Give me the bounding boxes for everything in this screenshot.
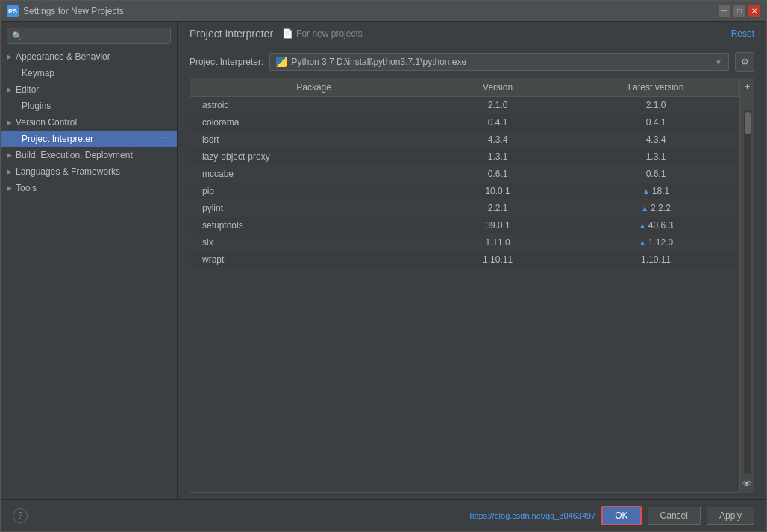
table-row: pip10.0.1▲18.1 xyxy=(190,183,754,200)
question-icon: ? xyxy=(18,510,23,521)
sidebar-item-project-interpreter[interactable]: Project Interpreter⋯ xyxy=(1,131,177,147)
window-controls: ─ □ ✕ xyxy=(719,5,760,17)
sidebar-item-label: Editor xyxy=(16,84,171,95)
maximize-button[interactable]: □ xyxy=(733,5,745,17)
table-wrap: Package Version Latest version astroid2.… xyxy=(190,78,754,493)
update-arrow-icon: ▲ xyxy=(639,222,646,230)
interpreter-value: Python 3.7 D:\install\python3.7.1\python… xyxy=(291,57,466,67)
panel-subtitle: 📄 For new projects xyxy=(282,28,363,39)
remove-package-button[interactable]: − xyxy=(741,94,754,107)
panel-title: Project Interpreter xyxy=(190,28,273,40)
package-version-cell: 0.4.1 xyxy=(437,114,558,131)
main-content: 🔍 ▶Appearance & BehaviorKeymap▶EditorPlu… xyxy=(1,22,766,499)
package-version-cell: 1.11.0 xyxy=(437,234,558,251)
package-version-cell: 1.10.11 xyxy=(437,251,558,269)
sidebar-item-label: Version Control xyxy=(16,117,171,128)
sidebar-item-tools[interactable]: ▶Tools xyxy=(1,180,177,196)
packages-table-container: Package Version Latest version astroid2.… xyxy=(190,78,754,493)
expand-arrow-icon: ▶ xyxy=(4,150,14,160)
expand-arrow-icon: ▶ xyxy=(4,166,14,177)
sidebar-item-label: Keymap xyxy=(22,68,171,78)
package-latest-cell: 1.10.11 xyxy=(558,251,754,269)
scrollbar-track xyxy=(744,110,751,474)
python-icon xyxy=(276,57,287,67)
right-panel: Project Interpreter 📄 For new projects R… xyxy=(178,22,766,499)
footer: ? https://blog.csdn.net/qq_30463497 OK C… xyxy=(1,499,766,531)
search-icon: 🔍 xyxy=(12,31,22,41)
package-latest-cell: 4.3.4 xyxy=(558,131,754,148)
col-version: Version xyxy=(437,78,558,97)
package-latest-cell: ▲1.12.0 xyxy=(558,234,754,251)
close-button[interactable]: ✕ xyxy=(748,5,760,17)
package-name-cell: mccabe xyxy=(190,166,437,183)
sidebar-item-keymap[interactable]: Keymap xyxy=(1,65,177,81)
titlebar: PS Settings for New Projects ─ □ ✕ xyxy=(1,1,766,22)
sidebar-nav: ▶Appearance & BehaviorKeymap▶EditorPlugi… xyxy=(1,48,177,196)
table-row: wrapt1.10.111.10.11 xyxy=(190,251,754,269)
interpreter-row: Project Interpreter: Python 3.7 D:\insta… xyxy=(178,46,766,78)
interpreter-label: Project Interpreter: xyxy=(190,57,263,67)
app-icon: PS xyxy=(7,5,19,17)
sidebar-item-editor[interactable]: ▶Editor xyxy=(1,81,177,98)
package-version-cell: 10.0.1 xyxy=(437,183,558,200)
packages-tbody: astroid2.1.02.1.0colorama0.4.10.4.1isort… xyxy=(190,97,754,269)
main-window: PS Settings for New Projects ─ □ ✕ 🔍 ▶Ap… xyxy=(0,0,767,532)
chevron-down-icon: ▼ xyxy=(715,58,722,66)
expand-arrow-icon: ▶ xyxy=(4,183,14,193)
sidebar: 🔍 ▶Appearance & BehaviorKeymap▶EditorPlu… xyxy=(1,22,178,499)
table-row: lazy-object-proxy1.3.11.3.1 xyxy=(190,148,754,166)
package-latest-cell: 1.3.1 xyxy=(558,148,754,166)
col-latest: Latest version xyxy=(558,78,754,97)
ok-button[interactable]: OK xyxy=(601,506,641,525)
sidebar-item-appearance[interactable]: ▶Appearance & Behavior xyxy=(1,48,177,65)
gear-icon: ⚙ xyxy=(741,57,749,67)
window-title: Settings for New Projects xyxy=(23,6,719,16)
minimize-button[interactable]: ─ xyxy=(719,5,730,17)
apply-button[interactable]: Apply xyxy=(707,507,754,525)
package-name-cell: setuptools xyxy=(190,217,437,234)
package-name-cell: pip xyxy=(190,183,437,200)
package-latest-cell: ▲18.1 xyxy=(558,183,754,200)
package-name-cell: lazy-object-proxy xyxy=(190,148,437,166)
sidebar-item-version-control[interactable]: ▶Version Control xyxy=(1,114,177,131)
table-row: setuptools39.0.1▲40.6.3 xyxy=(190,217,754,234)
table-row: mccabe0.6.10.6.1 xyxy=(190,166,754,183)
table-row: six1.11.0▲1.12.0 xyxy=(190,234,754,251)
package-name-cell: isort xyxy=(190,131,437,148)
search-input[interactable] xyxy=(25,31,166,41)
package-latest-cell: ▲2.2.2 xyxy=(558,200,754,217)
add-package-button[interactable]: + xyxy=(741,79,754,93)
sidebar-item-plugins[interactable]: Plugins xyxy=(1,98,177,114)
search-box[interactable]: 🔍 xyxy=(7,28,171,44)
sidebar-item-label: Project Interpreter xyxy=(22,134,160,144)
package-version-cell: 39.0.1 xyxy=(437,217,558,234)
sidebar-item-label: Build, Execution, Deployment xyxy=(16,150,171,160)
update-arrow-icon: ▲ xyxy=(642,187,650,195)
help-button[interactable]: ? xyxy=(13,508,28,523)
footer-link[interactable]: https://blog.csdn.net/qq_30463497 xyxy=(469,511,595,520)
package-version-cell: 2.1.0 xyxy=(437,97,558,114)
update-arrow-icon: ▲ xyxy=(641,204,648,213)
expand-arrow-icon: ▶ xyxy=(4,51,14,62)
sidebar-item-build-execution[interactable]: ▶Build, Execution, Deployment xyxy=(1,147,177,163)
table-row: isort4.3.44.3.4 xyxy=(190,131,754,148)
update-arrow-icon: ▲ xyxy=(639,239,646,247)
sidebar-item-label: Tools xyxy=(16,183,171,193)
package-name-cell: wrapt xyxy=(190,251,437,269)
interpreter-select[interactable]: Python 3.7 D:\install\python3.7.1\python… xyxy=(269,53,729,71)
show-details-button[interactable]: 👁 xyxy=(741,477,754,490)
reset-button[interactable]: Reset xyxy=(731,28,754,39)
sidebar-item-languages[interactable]: ▶Languages & Frameworks xyxy=(1,163,177,180)
expand-arrow-icon: ▶ xyxy=(4,84,14,95)
package-name-cell: six xyxy=(190,234,437,251)
cancel-button[interactable]: Cancel xyxy=(648,507,701,525)
table-row: astroid2.1.02.1.0 xyxy=(190,97,754,114)
sidebar-item-label: Plugins xyxy=(22,101,171,111)
package-latest-cell: ▲40.6.3 xyxy=(558,217,754,234)
package-name-cell: colorama xyxy=(190,114,437,131)
package-version-cell: 4.3.4 xyxy=(437,131,558,148)
interpreter-select-text: Python 3.7 D:\install\python3.7.1\python… xyxy=(276,57,712,67)
sidebar-item-options-icon: ⋯ xyxy=(160,134,171,144)
scrollbar-thumb[interactable] xyxy=(745,112,751,134)
gear-button[interactable]: ⚙ xyxy=(735,52,754,72)
